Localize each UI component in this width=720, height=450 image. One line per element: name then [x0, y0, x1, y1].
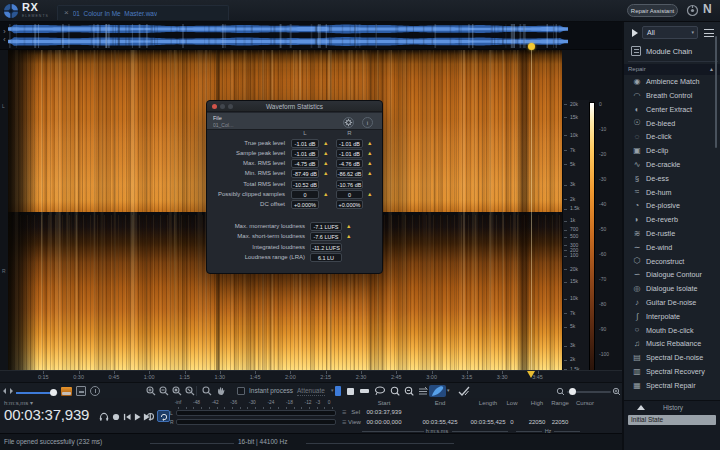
- meter-tick: [278, 407, 279, 409]
- stat-value-right: -86.62 dB: [336, 169, 363, 178]
- zoom-fit-icon[interactable]: [185, 386, 195, 396]
- repair-assistant-button[interactable]: Repair Assistant: [627, 4, 678, 17]
- spectrogram-waveform-blend-icon[interactable]: [61, 387, 72, 396]
- module-item-guitar-de-noise[interactable]: ♪Guitar De-noise: [624, 296, 720, 310]
- warning-icon: ▲: [346, 223, 351, 230]
- module-item-de-wind[interactable]: ∼De-wind: [624, 241, 720, 255]
- module-label: Dialogue Isolate: [646, 284, 698, 293]
- meter-bar-l: [176, 410, 336, 416]
- harmonics-tool-icon[interactable]: [418, 386, 428, 396]
- info-cell[interactable]: 22050: [552, 419, 569, 425]
- warning-icon: ▲: [367, 191, 372, 198]
- panel-divider: [628, 61, 718, 62]
- info-cell[interactable]: 0: [510, 419, 513, 425]
- module-item-spectral-de-noise[interactable]: ▤Spectral De-noise: [624, 351, 720, 365]
- monitor-headphones-icon[interactable]: [99, 412, 109, 422]
- time-display-icon[interactable]: [90, 386, 100, 396]
- overview-handle-icon[interactable]: ›‹: [1, 28, 8, 44]
- collapse-section-icon[interactable]: ▲: [709, 66, 714, 72]
- wand-tool-icon[interactable]: [390, 386, 400, 396]
- row-lock-icon[interactable]: ☰: [342, 420, 346, 424]
- time-selection-tool-icon[interactable]: [335, 386, 341, 396]
- module-label: Music Rebalance: [646, 339, 701, 348]
- info-cell[interactable]: 22050: [529, 419, 546, 425]
- colorbar-label: -60: [599, 252, 606, 257]
- module-item-de-crackle[interactable]: ∿De-crackle: [624, 158, 720, 172]
- brush-tool-icon[interactable]: [431, 386, 444, 397]
- info-cell[interactable]: 00:00:00,000: [366, 419, 401, 425]
- playhead-marker-dot[interactable]: [528, 43, 535, 50]
- return-to-start-button[interactable]: [123, 412, 131, 422]
- attenuate-dropdown[interactable]: Attenuate: [297, 383, 325, 396]
- play-button[interactable]: [134, 412, 141, 422]
- overview-zoom-slider-knob[interactable]: [50, 389, 57, 396]
- file-tab[interactable]: × 01_Colour In Me_Master.wav: [57, 5, 229, 20]
- info-col-header: Length: [479, 400, 497, 406]
- module-item-de-bleed[interactable]: ☉De-bleed: [624, 116, 720, 130]
- hand-tool-icon[interactable]: [216, 386, 226, 396]
- info-cell[interactable]: 00:03:37,939: [366, 409, 401, 415]
- module-item-dialogue-contour[interactable]: ∽Dialogue Contour: [624, 268, 720, 282]
- module-item-de-clip[interactable]: ▣De-clip: [624, 144, 720, 158]
- module-item-mouth-de-click[interactable]: ○Mouth De-click: [624, 323, 720, 337]
- row-lock-icon[interactable]: ☰: [342, 410, 346, 414]
- time-frequency-selection-tool-icon[interactable]: [347, 388, 354, 395]
- freq-tick: [564, 164, 567, 165]
- module-item-de-ess[interactable]: §De-ess: [624, 172, 720, 186]
- compare-tool-icon[interactable]: [458, 386, 470, 397]
- stat-label: Max. RMS level: [243, 160, 285, 166]
- spectral-repair-icon: ▦: [632, 380, 642, 391]
- magnify-tool-icon[interactable]: [202, 386, 212, 396]
- module-item-de-hum[interactable]: ≈De-hum: [624, 185, 720, 199]
- freq-label: 10k: [570, 296, 578, 301]
- zoom-out-icon[interactable]: [159, 386, 169, 396]
- info-cell[interactable]: 00:03:55,425: [422, 419, 457, 425]
- module-item-interpolate[interactable]: ∫Interpolate: [624, 310, 720, 324]
- repair-section-header[interactable]: Repair ▲: [624, 64, 720, 75]
- overview-waveform[interactable]: [8, 24, 568, 48]
- module-item-center-extract[interactable]: ◐Center Extract: [624, 103, 720, 117]
- toolbar-separator: [196, 386, 197, 396]
- record-button[interactable]: [112, 412, 120, 422]
- lasso-tool-icon[interactable]: [374, 386, 386, 396]
- history-item-initial-state[interactable]: Initial State: [628, 415, 716, 425]
- module-list-scrollbar[interactable]: [715, 36, 717, 148]
- pan-arrows-icon[interactable]: [3, 386, 13, 396]
- de-plosive-icon: ◔: [632, 200, 642, 211]
- module-item-breath-control[interactable]: ◠Breath Control: [624, 89, 720, 103]
- brush-size-slider-knob[interactable]: [569, 388, 576, 395]
- module-item-de-reverb[interactable]: ◗De-reverb: [624, 213, 720, 227]
- loop-selection-arrows-icon: [160, 413, 168, 421]
- meter-scale-label: -30: [249, 400, 256, 405]
- run-module-button[interactable]: [632, 29, 638, 37]
- find-similar-tool-icon[interactable]: [404, 386, 414, 396]
- meter-scale-label: -48: [193, 400, 200, 405]
- playhead-time-display[interactable]: 00:03:37,939: [4, 406, 89, 423]
- module-item-de-rustle[interactable]: ≋De-rustle: [624, 227, 720, 241]
- module-filter-dropdown[interactable]: All▾: [642, 26, 698, 39]
- frequency-selection-tool-icon[interactable]: [360, 389, 369, 393]
- module-chain-item[interactable]: Module Chain: [624, 44, 720, 59]
- loop-playback-button[interactable]: [146, 412, 155, 421]
- module-item-spectral-repair[interactable]: ▦Spectral Repair: [624, 379, 720, 393]
- module-item-spectral-recovery[interactable]: ▥Spectral Recovery: [624, 365, 720, 379]
- zoom-in-icon[interactable]: [146, 386, 156, 396]
- module-item-music-rebalance[interactable]: ♫Music Rebalance: [624, 337, 720, 351]
- module-item-ambience-match[interactable]: ◉Ambience Match: [624, 75, 720, 89]
- zoom-selection-icon[interactable]: [172, 386, 182, 396]
- module-item-dialogue-isolate[interactable]: ◎Dialogue Isolate: [624, 282, 720, 296]
- tab-close-icon[interactable]: ×: [64, 9, 69, 17]
- info-cell[interactable]: 00:03:55,425: [470, 419, 505, 425]
- de-ess-icon: §: [632, 173, 642, 184]
- view-layout-icon[interactable]: [76, 386, 86, 396]
- instant-process-checkbox[interactable]: [237, 387, 245, 395]
- dropdown-caret-icon: ▾: [691, 27, 694, 38]
- module-item-deconstruct[interactable]: ⬡Deconstruct: [624, 254, 720, 268]
- module-item-de-plosive[interactable]: ◔De-plosive: [624, 199, 720, 213]
- status-divider-right: [306, 443, 454, 444]
- module-item-de-click[interactable]: ◌De-click: [624, 130, 720, 144]
- brush-options-caret-icon[interactable]: ▾: [447, 383, 450, 398]
- panel-menu-icon[interactable]: [704, 28, 714, 38]
- time-format-dropdown[interactable]: h:m:s,ms ▾: [4, 399, 33, 406]
- playhead-ruler-marker[interactable]: [527, 371, 535, 378]
